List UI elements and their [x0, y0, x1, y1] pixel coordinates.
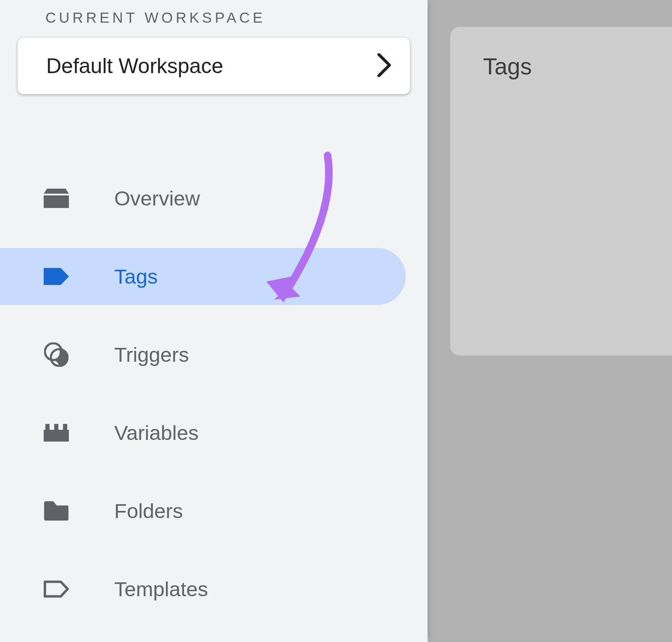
workspace-section-header: CURRENT WORKSPACE [0, 9, 428, 26]
overview-icon [44, 186, 69, 211]
tag-icon [44, 264, 69, 289]
chevron-right-icon [377, 53, 392, 79]
sidebar-item-label: Overview [114, 187, 200, 210]
svg-rect-5 [54, 424, 58, 430]
main-content: Tags [428, 0, 672, 642]
sidebar-item-label: Tags [114, 265, 158, 288]
sidebar-item-triggers[interactable]: Triggers [0, 326, 406, 383]
sidebar-item-label: Folders [114, 499, 183, 523]
template-icon [44, 576, 69, 602]
sidebar-item-label: Triggers [114, 343, 189, 366]
panel-title: Tags [483, 53, 672, 80]
svg-rect-3 [44, 430, 69, 442]
sidebar-item-variables[interactable]: Variables [0, 404, 406, 461]
sidebar-item-label: Templates [114, 577, 208, 601]
workspace-selector[interactable]: Default Workspace [18, 38, 410, 94]
triggers-icon [44, 342, 69, 367]
sidebar-item-tags[interactable]: Tags [0, 248, 406, 305]
svg-rect-4 [45, 424, 50, 430]
sidebar-item-templates[interactable]: Templates [0, 560, 406, 618]
variables-icon [44, 420, 69, 445]
sidebar-item-folders[interactable]: Folders [0, 482, 406, 539]
svg-rect-0 [44, 194, 69, 195]
sidebar-item-overview[interactable]: Overview [0, 170, 406, 227]
sidebar-nav: Overview Tags Triggers [0, 170, 428, 618]
svg-rect-6 [63, 424, 67, 430]
sidebar: CURRENT WORKSPACE Default Workspace Over… [0, 0, 428, 642]
sidebar-item-label: Variables [114, 421, 199, 445]
tags-panel: Tags [450, 27, 672, 355]
app-root: CURRENT WORKSPACE Default Workspace Over… [0, 0, 672, 642]
folder-icon [44, 498, 69, 524]
workspace-name: Default Workspace [46, 54, 223, 78]
